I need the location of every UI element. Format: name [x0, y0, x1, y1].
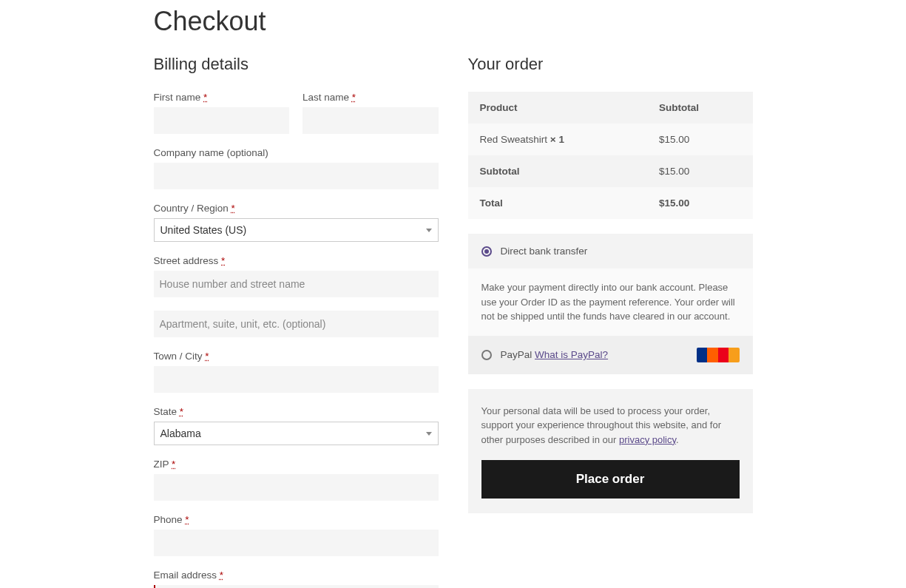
street2-field[interactable] — [154, 311, 439, 337]
privacy-box: Your personal data will be used to proce… — [468, 389, 753, 514]
company-label: Company name (optional) — [154, 147, 439, 158]
city-field[interactable] — [154, 366, 439, 393]
required-asterisk: * — [180, 406, 183, 417]
payment-option-bank[interactable]: Direct bank transfer — [468, 234, 753, 268]
order-table: Product Subtotal Red Sweatshirt × 1 $15.… — [468, 92, 753, 219]
place-order-button[interactable]: Place order — [481, 460, 740, 499]
payment-option-paypal[interactable]: PayPal What is PayPal? — [468, 336, 753, 374]
radio-unchecked-icon — [481, 350, 492, 360]
last-name-label: Last name * — [302, 92, 439, 103]
country-label: Country / Region * — [154, 203, 439, 214]
total-label: Total — [468, 187, 648, 219]
phone-field[interactable] — [154, 530, 439, 556]
chevron-down-icon — [426, 229, 432, 232]
company-field[interactable] — [154, 163, 439, 189]
required-asterisk: * — [220, 570, 223, 581]
phone-label: Phone * — [154, 514, 439, 525]
required-asterisk: * — [205, 351, 209, 362]
state-select[interactable]: Alabama — [154, 422, 439, 445]
order-heading: Your order — [468, 55, 753, 74]
page-title: Checkout — [154, 6, 753, 37]
table-row: Red Sweatshirt × 1 $15.00 — [468, 124, 753, 155]
radio-checked-icon — [481, 246, 492, 257]
payment-methods: Direct bank transfer Make your payment d… — [468, 234, 753, 374]
first-name-label: First name * — [154, 92, 290, 103]
required-asterisk: * — [203, 92, 207, 103]
chevron-down-icon — [426, 432, 432, 436]
total-value: $15.00 — [647, 187, 752, 219]
table-row: Subtotal $15.00 — [468, 155, 753, 187]
paypal-info-link[interactable]: What is PayPal? — [535, 349, 608, 360]
subtotal-label: Subtotal — [468, 155, 648, 187]
payment-bank-label: Direct bank transfer — [501, 246, 588, 257]
payment-paypal-label: PayPal — [501, 349, 535, 360]
last-name-field[interactable] — [302, 107, 439, 134]
required-asterisk: * — [231, 203, 235, 214]
zip-field[interactable] — [154, 474, 439, 501]
email-field[interactable] — [154, 585, 439, 588]
order-item-name: Red Sweatshirt — [480, 134, 550, 145]
state-label: State * — [154, 406, 439, 417]
order-header-subtotal: Subtotal — [647, 92, 752, 124]
city-label: Town / City * — [154, 351, 439, 362]
required-asterisk: * — [352, 92, 356, 103]
order-header-product: Product — [468, 92, 648, 124]
paypal-cards-icon — [697, 348, 740, 362]
state-selected-value: Alabama — [160, 428, 201, 439]
privacy-policy-link[interactable]: privacy policy — [619, 434, 676, 445]
zip-label: ZIP * — [154, 459, 439, 470]
required-asterisk: * — [185, 514, 189, 525]
required-asterisk: * — [221, 255, 225, 266]
required-asterisk: * — [172, 459, 175, 470]
payment-bank-description: Make your payment directly into our bank… — [468, 268, 753, 336]
country-select[interactable]: United States (US) — [154, 218, 439, 242]
street-field[interactable] — [154, 271, 439, 297]
country-selected-value: United States (US) — [160, 224, 247, 236]
subtotal-value: $15.00 — [647, 155, 752, 187]
email-label: Email address * — [154, 570, 439, 581]
table-row: Total $15.00 — [468, 187, 753, 219]
first-name-field[interactable] — [154, 107, 290, 134]
order-item-price: $15.00 — [647, 124, 752, 155]
street-label: Street address * — [154, 255, 439, 266]
order-item-qty: × 1 — [550, 134, 564, 145]
billing-heading: Billing details — [154, 55, 439, 74]
privacy-text: Your personal data will be used to proce… — [481, 404, 740, 447]
